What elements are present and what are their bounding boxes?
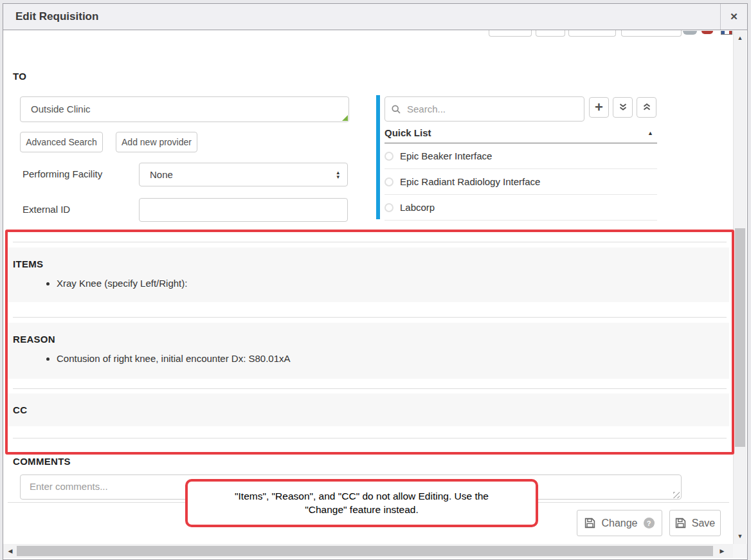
- titlebar: Edit Requisition ✕: [3, 3, 748, 30]
- performing-facility-select[interactable]: None ▴▾: [139, 163, 348, 186]
- list-item-labcorp[interactable]: Labcorp: [385, 195, 657, 221]
- vertical-scrollbar-thumb[interactable]: [735, 228, 745, 447]
- items-heading: ITEMS: [13, 258, 729, 269]
- save-button[interactable]: Save: [669, 510, 721, 536]
- partial-gray-circle-icon: [683, 31, 697, 35]
- close-icon: ✕: [730, 11, 738, 23]
- annotation-text-line1: "Items", "Reason", and "CC" do not allow…: [188, 489, 536, 503]
- plus-icon: +: [595, 99, 603, 116]
- partial-red-circle-icon: [701, 31, 713, 34]
- item-entry: Xray Knee (specify Left/Right):: [57, 278, 729, 289]
- annotation-callout: "Items", "Reason", and "CC" do not allow…: [185, 479, 538, 527]
- horizontal-scrollbar-thumb[interactable]: [17, 546, 713, 556]
- expand-all-button[interactable]: [613, 97, 633, 118]
- reason-section: REASON Contusion of right knee, initial …: [8, 323, 729, 379]
- panel-accent-bar: [376, 95, 380, 219]
- scroll-right-icon[interactable]: ▶: [716, 546, 728, 555]
- double-chevron-up-icon: [642, 103, 651, 112]
- advanced-search-button[interactable]: Advanced Search: [20, 132, 103, 152]
- to-heading: TO: [13, 71, 26, 82]
- scroll-up-icon[interactable]: ▲: [734, 33, 746, 42]
- reason-heading: REASON: [13, 334, 729, 345]
- provider-search-box[interactable]: [385, 96, 584, 122]
- recipient-field[interactable]: Outside Clinic: [20, 96, 349, 122]
- collapse-all-button[interactable]: [637, 97, 656, 118]
- scroll-down-icon[interactable]: ▼: [734, 532, 746, 541]
- recipient-value: Outside Clinic: [31, 97, 91, 122]
- comments-heading: COMMENTS: [13, 456, 71, 467]
- double-chevron-down-icon: [619, 103, 628, 112]
- quick-list-title: Quick List: [385, 127, 431, 138]
- radio-icon[interactable]: [385, 203, 394, 212]
- close-button[interactable]: ✕: [720, 4, 747, 30]
- list-item-epic-beaker[interactable]: Epic Beaker Interface: [385, 143, 657, 169]
- collapse-caret-icon[interactable]: ▲: [647, 130, 653, 136]
- quick-list-header[interactable]: Quick List ▲: [385, 127, 657, 143]
- annotation-text-line2: "Change" feature instead.: [188, 503, 536, 516]
- select-arrows-icon: ▴▾: [336, 170, 339, 179]
- add-new-provider-button[interactable]: Add new provider: [116, 132, 197, 152]
- quick-list: Epic Beaker Interface Epic Radiant Radio…: [385, 143, 657, 221]
- list-item-label: Epic Beaker Interface: [400, 150, 492, 161]
- divider: [13, 438, 727, 438]
- vertical-scrollbar[interactable]: ▲ ▼: [733, 31, 746, 544]
- save-label: Save: [692, 518, 715, 529]
- divider: [13, 317, 727, 318]
- search-icon: [392, 105, 401, 114]
- reason-entry: Contusion of right knee, initial encount…: [57, 353, 729, 364]
- change-button[interactable]: Change ?: [577, 510, 662, 536]
- help-icon[interactable]: ?: [644, 518, 655, 528]
- list-item-label: Epic Radiant Radiology Interface: [400, 176, 540, 187]
- resize-grip-icon[interactable]: [673, 492, 680, 498]
- list-item-label: Labcorp: [400, 202, 435, 213]
- provider-search-input[interactable]: [406, 103, 577, 115]
- radio-icon[interactable]: [385, 177, 394, 186]
- partial-grid-icon: [721, 31, 732, 35]
- items-section: ITEMS Xray Knee (specify Left/Right):: [8, 248, 729, 302]
- performing-facility-label: Performing Facility: [23, 168, 102, 179]
- edit-requisition-dialog: Edit Requisition ✕ TO Outside Clinic Adv…: [0, 0, 751, 560]
- resize-grip-icon[interactable]: [342, 115, 348, 121]
- external-id-input[interactable]: [139, 198, 348, 222]
- add-provider-button[interactable]: +: [589, 97, 609, 118]
- performing-facility-value: None: [150, 163, 173, 186]
- list-item-epic-radiant[interactable]: Epic Radiant Radiology Interface: [385, 169, 657, 195]
- scrollbar-corner: [733, 544, 747, 558]
- divider: [13, 242, 727, 242]
- reason-list: Contusion of right knee, initial encount…: [13, 353, 729, 364]
- save-icon: [584, 518, 595, 528]
- save-icon: [675, 518, 686, 528]
- scroll-left-icon[interactable]: ◀: [5, 546, 16, 555]
- items-list: Xray Knee (specify Left/Right):: [13, 278, 729, 289]
- dialog-title: Edit Requisition: [15, 4, 98, 30]
- divider: [13, 388, 727, 389]
- horizontal-scrollbar[interactable]: ◀ ▶: [3, 544, 733, 558]
- change-label: Change: [601, 518, 637, 529]
- cc-section: CC: [8, 393, 729, 426]
- cc-heading: CC: [13, 404, 729, 415]
- external-id-label: External ID: [23, 204, 70, 215]
- radio-icon[interactable]: [385, 152, 394, 161]
